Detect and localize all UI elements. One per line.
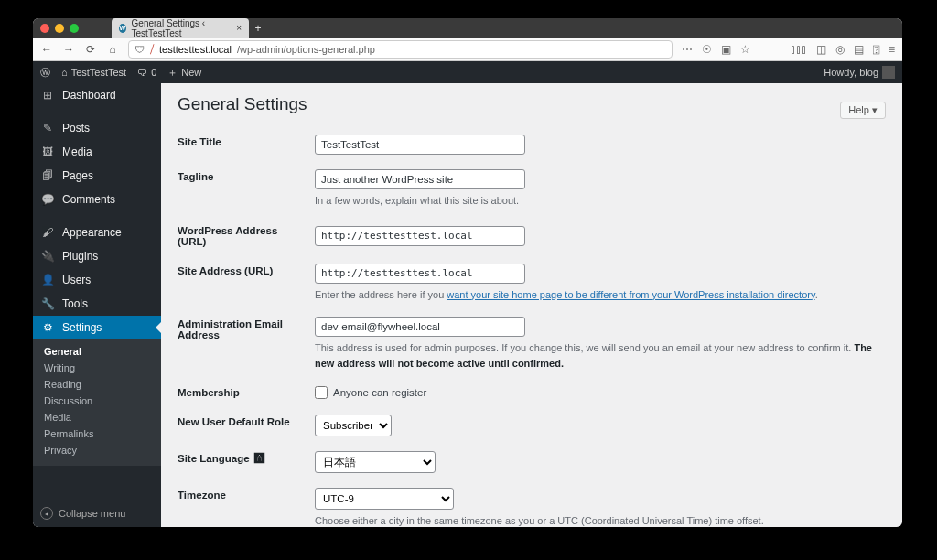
membership-checkbox[interactable] xyxy=(315,386,328,399)
wp-url-input[interactable] xyxy=(315,226,525,246)
sidebar-item-users[interactable]: 👤Users xyxy=(33,268,161,292)
nav-back-button[interactable]: ← xyxy=(40,43,53,56)
timezone-select[interactable]: UTC-9 xyxy=(315,488,454,510)
slider-icon: ⚙ xyxy=(40,321,55,334)
sidebar-item-settings[interactable]: ⚙Settings xyxy=(33,316,161,339)
collapse-menu-button[interactable]: ◂Collapse menu xyxy=(33,500,161,527)
help-icon[interactable]: ⍰ xyxy=(873,43,879,56)
page-title: General Settings xyxy=(178,94,307,114)
window-minimize-icon[interactable] xyxy=(55,24,64,33)
new-tab-button[interactable]: + xyxy=(249,18,267,38)
admin-email-description: This address is used for admin purposes.… xyxy=(315,340,886,371)
tagline-description: In a few words, explain what this site i… xyxy=(315,193,886,209)
window-zoom-icon[interactable] xyxy=(70,24,79,33)
account-icon[interactable]: ◎ xyxy=(835,43,845,56)
admin-email-input[interactable] xyxy=(315,317,525,337)
admin-email-label: Administration Email Address xyxy=(178,309,315,378)
pin-icon: ✎ xyxy=(40,122,55,135)
avatar-icon xyxy=(882,66,895,79)
comment-icon: 🗨 xyxy=(137,67,147,78)
admin-bar-comments[interactable]: 🗨0 xyxy=(137,67,156,78)
library-icon[interactable]: ⫿⫿⫿ xyxy=(791,43,807,56)
browser-window: W General Settings ‹ TestTestTest × + ← … xyxy=(33,18,902,527)
bookmark-star-icon[interactable]: ☆ xyxy=(740,43,750,56)
plugin-icon: 🔌 xyxy=(40,250,55,263)
admin-bar-account[interactable]: Howdy, blog xyxy=(824,66,895,79)
nav-forward-button[interactable]: → xyxy=(62,43,75,56)
submenu-reading[interactable]: Reading xyxy=(33,376,161,393)
sidebar-item-plugins[interactable]: 🔌Plugins xyxy=(33,244,161,268)
wp-admin-bar: ⓦ ⌂TestTestTest 🗨0 ＋New Howdy, blog xyxy=(33,61,902,83)
brush-icon: 🖌 xyxy=(40,226,55,239)
reader-icon[interactable]: ☉ xyxy=(702,43,712,56)
submenu-privacy[interactable]: Privacy xyxy=(33,442,161,458)
tagline-input[interactable] xyxy=(315,169,525,189)
new-role-label: New User Default Role xyxy=(178,407,315,444)
wp-url-label: WordPress Address (URL) xyxy=(178,216,315,256)
wrench-icon: 🔧 xyxy=(40,297,55,310)
sidebar-item-tools[interactable]: 🔧Tools xyxy=(33,292,161,316)
wordpress-logo-icon: ⓦ xyxy=(40,66,50,80)
sidebar-item-pages[interactable]: 🗐Pages xyxy=(33,164,161,188)
submenu-discussion[interactable]: Discussion xyxy=(33,393,161,409)
help-tab-button[interactable]: Help ▾ xyxy=(840,102,886,119)
site-language-label: Site Language 🅰 xyxy=(178,444,315,480)
sidebar-toggle-icon[interactable]: ◫ xyxy=(816,43,826,56)
collapse-icon: ◂ xyxy=(40,507,53,520)
site-url-help-link[interactable]: want your site home page to be different… xyxy=(447,289,814,300)
sidebar-item-media[interactable]: 🖼Media xyxy=(33,140,161,164)
shield-icon: 🛡 xyxy=(135,44,145,55)
site-url-label: Site Address (URL) xyxy=(178,256,315,310)
timezone-label: Timezone xyxy=(178,480,315,527)
user-icon: 👤 xyxy=(40,274,55,286)
url-bar[interactable]: 🛡 ⧸ testtesttest.local/wp-admin/options-… xyxy=(128,40,673,59)
site-title-input[interactable] xyxy=(315,135,525,155)
site-url-input[interactable] xyxy=(315,264,525,284)
media-icon: 🖼 xyxy=(40,145,55,158)
admin-bar-site-name[interactable]: ⌂TestTestTest xyxy=(61,67,126,78)
window-close-icon[interactable] xyxy=(40,24,49,33)
admin-bar-wp-logo[interactable]: ⓦ xyxy=(40,66,50,80)
site-title-label: Site Title xyxy=(178,127,315,162)
home-icon: ⌂ xyxy=(61,67,68,78)
hamburger-menu-icon[interactable]: ≡ xyxy=(889,43,895,56)
wordpress-favicon-icon: W xyxy=(119,24,126,33)
submenu-writing[interactable]: Writing xyxy=(33,360,161,376)
more-actions-icon[interactable]: ⋯ xyxy=(682,43,693,56)
page-icon: 🗐 xyxy=(40,169,55,182)
url-path: /wp-admin/options-general.php xyxy=(237,44,375,55)
sidebar-item-comments[interactable]: 💬Comments xyxy=(33,188,161,211)
admin-sidebar: ⊞Dashboard ✎Posts 🖼Media 🗐Pages 💬Comment… xyxy=(33,83,161,527)
submenu-general[interactable]: General xyxy=(33,343,161,360)
site-language-select[interactable]: 日本語 xyxy=(315,451,436,473)
sidebar-item-dashboard[interactable]: ⊞Dashboard xyxy=(33,83,161,107)
nav-home-button[interactable]: ⌂ xyxy=(106,43,119,56)
submenu-permalinks[interactable]: Permalinks xyxy=(33,425,161,442)
ssl-warning-icon: ⧸ xyxy=(150,43,154,55)
settings-content: General Settings Help ▾ Site Title Tagli… xyxy=(161,83,902,527)
site-url-description: Enter the address here if you want your … xyxy=(315,287,886,303)
tab-title: General Settings ‹ TestTestTest xyxy=(132,18,228,38)
new-role-select[interactable]: Subscriber xyxy=(315,415,392,436)
window-titlebar: W General Settings ‹ TestTestTest × + xyxy=(33,18,902,38)
dashboard-icon: ⊞ xyxy=(40,89,55,102)
settings-submenu: General Writing Reading Discussion Media… xyxy=(33,339,161,466)
plus-icon: ＋ xyxy=(167,66,178,80)
translate-icon: 🅰 xyxy=(254,453,264,464)
timezone-description: Choose either a city in the same timezon… xyxy=(315,513,886,527)
url-host: testtesttest.local xyxy=(159,44,232,55)
comment-icon: 💬 xyxy=(40,193,55,206)
tab-close-icon[interactable]: × xyxy=(236,23,242,33)
browser-toolbar: ← → ⟳ ⌂ 🛡 ⧸ testtesttest.local/wp-admin/… xyxy=(33,38,902,61)
sidebar-item-posts[interactable]: ✎Posts xyxy=(33,116,161,140)
admin-bar-new[interactable]: ＋New xyxy=(167,66,201,80)
pocket-icon[interactable]: ▣ xyxy=(721,43,731,56)
browser-tab[interactable]: W General Settings ‹ TestTestTest × xyxy=(112,18,249,38)
tagline-label: Tagline xyxy=(178,162,315,216)
sidebar-item-appearance[interactable]: 🖌Appearance xyxy=(33,221,161,244)
extension-icon[interactable]: ▤ xyxy=(854,43,864,56)
membership-checkbox-label[interactable]: Anyone can register xyxy=(315,386,886,399)
submenu-media[interactable]: Media xyxy=(33,409,161,425)
membership-label: Membership xyxy=(178,378,315,407)
nav-reload-button[interactable]: ⟳ xyxy=(84,43,97,56)
